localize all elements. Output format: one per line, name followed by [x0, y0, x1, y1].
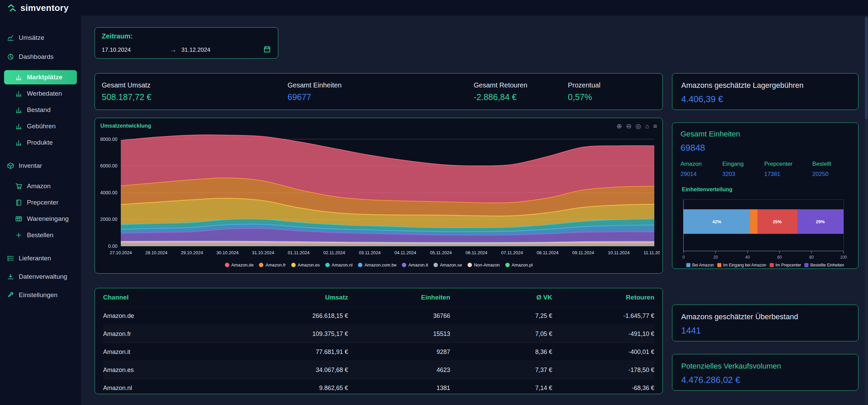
svg-text:28.10.2024: 28.10.2024 [145, 250, 167, 255]
legend-item-amazon-nl[interactable]: Amazon.nl [325, 262, 353, 268]
legend-item-amazon-de[interactable]: Amazon.de [225, 262, 254, 268]
sidebar-item-prepcenter[interactable]: Prepcenter [4, 195, 77, 210]
axis-tick-label: 20 [713, 255, 718, 260]
table-cell: 36766 [348, 312, 450, 320]
kpi-prozentual: Prozentual0,57% [568, 81, 662, 102]
distribution-segment-bestellte-einheiten: 29% [797, 209, 844, 234]
kpi-label: Prozentual [568, 81, 662, 89]
date-start-input[interactable]: 17.10.2024 [102, 47, 170, 53]
kpi-label: Gesamt Einheiten [288, 81, 474, 89]
axis-tick-label: 40 [745, 255, 750, 260]
home-icon[interactable]: ⌂ [645, 123, 649, 129]
axis-tick-label: 80 [809, 255, 814, 260]
table-row[interactable]: Amazon.es34.067,68 €46237,37 €-178,50 € [103, 361, 654, 379]
legend-dot [468, 263, 472, 267]
zoom-in-icon[interactable]: ⊕ [617, 123, 622, 129]
sidebar-item-einstellungen[interactable]: Einstellungen [4, 288, 77, 302]
svg-text:31.10.2024: 31.10.2024 [252, 250, 274, 255]
table-cell-channel: Amazon.es [103, 367, 246, 374]
sidebar-item-label: Bestellen [27, 231, 53, 239]
einheitenverteilung-chart: 42%25%29% 020406080100 [683, 199, 844, 251]
menu-icon[interactable]: ≡ [653, 123, 657, 129]
legend-item-amazon-pl[interactable]: Amazon.pl [505, 262, 533, 268]
table-row[interactable]: Amazon.it77.681,91 €92878,36 €-400,01 € [103, 343, 654, 361]
sidebar-item-wareneingang[interactable]: Wareneingang [4, 212, 77, 226]
table-row[interactable]: Amazon.nl9.862,65 €13817,14 €-68,36 € [103, 379, 654, 394]
svg-text:03.11.2024: 03.11.2024 [359, 250, 381, 255]
zoom-out-icon[interactable]: ⊖ [626, 123, 632, 129]
sidebar-item-amazon[interactable]: Amazon [4, 179, 77, 193]
sidebar-item-bestand[interactable]: Bestand [4, 103, 77, 117]
channel-table: ChannelUmsatzEinheitenØ VKRetourenAmazon… [103, 288, 654, 394]
chart-title: Umsatzentwicklung [100, 123, 151, 129]
legend-item-amazon-se[interactable]: Amazon.se [433, 262, 462, 268]
table-cell: -400,01 € [552, 349, 654, 356]
umsatzentwicklung-chart[interactable]: 0.002000.004000.006000.008000.0027.10.20… [98, 131, 660, 260]
table-cell: 34.067,68 € [246, 367, 348, 374]
legend-item-amazon-it[interactable]: Amazon.it [402, 262, 428, 268]
autoscale-icon[interactable]: ◎ [636, 123, 641, 129]
ueberbestand-card: Amazons geschätzter Überbestand 1441 [672, 305, 858, 341]
legend-label: Im Eingang bei Amazon [723, 263, 766, 268]
legend-dot [433, 263, 438, 267]
legend-label: Im Prepcenter [775, 263, 801, 268]
sidebar-item-label: Gebühren [27, 123, 56, 130]
date-end-input[interactable]: 31.12.2024 [181, 47, 263, 53]
sidebar-item-produkte[interactable]: Produkte [4, 135, 77, 150]
sidebar-item-umsaetze[interactable]: Umsätze [4, 31, 77, 45]
sidebar-item-lieferanten[interactable]: Lieferanten [4, 251, 77, 265]
legend-label: Amazon.de [231, 262, 254, 268]
svg-text:30.10.2024: 30.10.2024 [216, 250, 239, 255]
gesamt-einheiten-value: 69848 [681, 143, 850, 153]
svg-text:0.00: 0.00 [108, 243, 117, 249]
table-cell: 109.375,17 € [246, 330, 348, 338]
kpi-gesamt-umsatz: Gesamt Umsatz508.187,72 € [102, 81, 288, 102]
kpi-value: -2.886,84 € [474, 92, 568, 102]
table-row[interactable]: Amazon.de266.618,15 €367667,25 €-1.645,7… [103, 307, 654, 325]
table-row[interactable]: Amazon.fr109.375,17 €155137,05 €-491,10 … [103, 325, 654, 343]
svg-text:02.11.2024: 02.11.2024 [323, 250, 345, 255]
scrollbar-thumb[interactable] [865, 17, 868, 119]
line-chart-icon [7, 34, 14, 42]
sidebar-item-inventar[interactable]: Inventar [4, 159, 77, 173]
verkaufsvolumen-title: Potenzielles Verkaufsvolumen [681, 362, 849, 371]
cart-icon [15, 182, 22, 190]
sidebar-item-bestellen[interactable]: Bestellen [4, 228, 77, 242]
table-header-row: ChannelUmsatzEinheitenØ VKRetouren [103, 288, 654, 307]
sidebar-item-label: Inventar [19, 162, 42, 169]
sidebar-item-gebuehren[interactable]: Gebühren [4, 119, 77, 133]
einheitenverteilung-title: Einheitenverteilung [682, 187, 850, 193]
sidebar: UmsätzeDashboardsMarktplätzeWerbedatenBe… [0, 0, 81, 405]
kpi-gesamt-retouren: Gesamt Retouren-2.886,84 € [474, 81, 568, 102]
legend-label: Bestellte Einheiten [810, 263, 844, 268]
verkaufsvolumen-card: Potenzielles Verkaufsvolumen 4.476.286,0… [672, 354, 858, 391]
chart-toolbar: ⊕⊖◎⌂≡ [617, 123, 657, 129]
verkaufsvolumen-value: 4.476.286,02 € [681, 375, 849, 385]
legend-item-amazon-fr[interactable]: Amazon.fr [259, 262, 285, 268]
svg-text:11.11.2024: 11.11.2024 [643, 250, 660, 255]
sidebar-item-datenverwaltung[interactable]: Datenverwaltung [4, 270, 77, 284]
legend-item-non-amazon[interactable]: Non-Amazon [468, 262, 500, 268]
stat-value: 29014 [681, 171, 722, 178]
svg-text:09.11.2024: 09.11.2024 [572, 250, 594, 255]
sidebar-item-marktplaetze[interactable]: Marktplätze [4, 70, 77, 84]
legend-item-amazon-es[interactable]: Amazon.es [291, 262, 320, 268]
table-cell: -178,50 € [552, 367, 654, 374]
sidebar-item-label: Umsätze [19, 34, 44, 42]
table-cell: 7,05 € [450, 330, 552, 338]
bar-chart-icon [15, 90, 22, 97]
calendar-icon[interactable] [263, 45, 271, 55]
sidebar-item-werbedaten[interactable]: Werbedaten [4, 86, 77, 101]
sidebar-item-label: Wareneingang [27, 215, 69, 223]
sidebar-item-dashboards[interactable]: Dashboards [4, 50, 77, 64]
svg-text:29.10.2024: 29.10.2024 [181, 250, 203, 255]
stat-label: Eingang [722, 161, 764, 167]
kpi-value: 508.187,72 € [102, 92, 288, 102]
distribution-legend: Bei AmazonIm Eingang bei AmazonIm Prepce… [681, 263, 850, 268]
legend-dot [402, 263, 406, 267]
svg-text:04.11.2024: 04.11.2024 [394, 250, 416, 255]
einheiten-stat-eingang: Eingang3203 [722, 161, 764, 178]
distribution-segment-bei-amazon: 42% [684, 209, 750, 234]
legend-item-amazon-com-be[interactable]: Amazon.com.be [358, 262, 396, 268]
table-cell: 9287 [348, 349, 450, 356]
